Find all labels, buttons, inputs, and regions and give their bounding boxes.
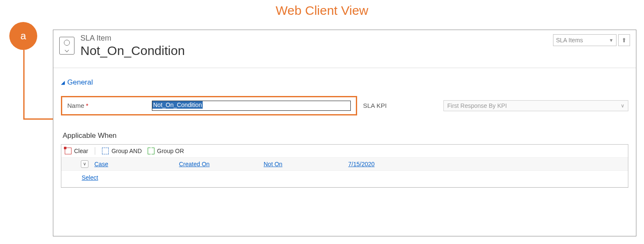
annotation-connector [23,118,57,120]
form-selector-label: SLA Items [556,37,583,44]
applicable-when-heading: Applicable When [63,132,628,140]
record-header: SLA Item Not_On_Condition SLA Items ▼ ⬆ [53,30,636,68]
entity-type-label: SLA Item [80,34,553,43]
header-right: SLA Items ▼ ⬆ [553,34,630,46]
annotation-connector [23,50,25,119]
condition-builder: Clear Group AND Group OR ∨ Case Created … [61,144,628,188]
condition-toolbar: Clear Group AND Group OR [61,145,628,158]
group-and-icon [102,148,109,154]
navigate-up-button[interactable]: ⬆ [618,34,630,46]
clear-icon [65,148,72,154]
arrow-up-icon: ⬆ [622,37,627,44]
collapse-triangle-icon: ◢ [61,80,65,85]
kpi-lookup[interactable]: First Response By KPI ∨ [443,100,628,111]
header-titles: SLA Item Not_On_Condition [80,34,553,58]
group-or-icon [148,148,154,154]
page-heading: Web Client View [0,0,644,20]
kpi-label: SLA KPI [363,102,443,109]
condition-select-link[interactable]: Select [82,174,625,181]
caret-down-icon: ▼ [609,38,614,43]
name-label-text: Name [67,102,84,109]
chevron-down-icon: ∨ [621,103,625,109]
condition-value[interactable]: 7/15/2020 [348,161,433,167]
expand-row-button[interactable]: ∨ [81,160,88,168]
section-general-header[interactable]: ◢ General [61,78,628,87]
name-input[interactable]: Not_On_Condition [152,101,351,111]
clear-button[interactable]: Clear [65,148,88,154]
group-or-button[interactable]: Group OR [148,148,184,154]
record-title: Not_On_Condition [80,44,553,58]
group-or-label: Group OR [157,148,184,154]
condition-operator[interactable]: Not On [264,161,348,167]
condition-entity[interactable]: Case [94,161,179,167]
name-label: Name * [67,102,152,109]
form-selector[interactable]: SLA Items ▼ [553,34,616,46]
annotation-badge-a: a [9,22,37,50]
group-and-button[interactable]: Group AND [102,148,142,154]
app-window: SLA Item Not_On_Condition SLA Items ▼ ⬆ … [53,30,636,236]
general-row: Name * Not_On_Condition SLA KPI First Re… [61,96,628,115]
kpi-field: SLA KPI First Response By KPI ∨ [363,100,628,111]
clear-label: Clear [74,148,88,154]
form-body: ◢ General Name * Not_On_Condition SLA KP… [53,68,636,194]
condition-select-row: Select [61,171,628,187]
name-input-value: Not_On_Condition [152,101,203,109]
condition-row: ∨ Case Created On Not On 7/15/2020 [61,158,628,171]
required-star-icon: * [86,102,88,109]
entity-icon [59,37,74,55]
condition-attribute[interactable]: Created On [179,161,264,167]
section-title: General [67,78,93,87]
toolbar-separator [95,147,95,155]
name-field-highlight: Name * Not_On_Condition [61,96,357,115]
group-and-label: Group AND [111,148,142,154]
kpi-value: First Response By KPI [447,102,507,109]
